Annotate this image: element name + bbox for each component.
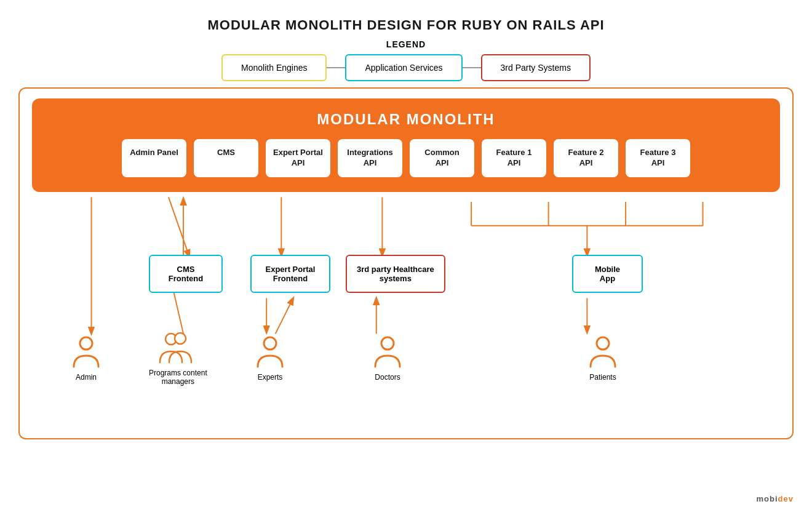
person-doctors-icon <box>373 335 402 370</box>
svg-point-18 <box>175 333 186 344</box>
svg-point-20 <box>381 337 394 350</box>
monolith-title: MODULAR MONOLITH <box>42 111 770 128</box>
api-admin-panel: Admin Panel <box>122 139 186 177</box>
legend-application-services: Application Services <box>345 54 462 81</box>
person-doctors: Doctors <box>373 335 402 382</box>
monolith-block: MODULAR MONOLITH Admin Panel CMS Expert … <box>32 98 780 192</box>
cms-frontend-box: CMSFrontend <box>149 255 223 293</box>
person-experts-label: Experts <box>258 373 283 382</box>
watermark: mobidev <box>757 494 794 503</box>
mobile-app-box: MobileApp <box>572 255 643 293</box>
svg-point-21 <box>597 337 609 350</box>
lower-section: CMSFrontend Expert PortalFrontend 3rd pa… <box>32 192 780 420</box>
person-patients: Patients <box>588 335 618 382</box>
main-container: MODULAR MONOLITH Admin Panel CMS Expert … <box>18 87 794 439</box>
api-feature1: Feature 1API <box>482 139 546 177</box>
person-programs: Programs contentmanagers <box>149 330 207 386</box>
api-boxes: Admin Panel CMS Expert PortalAPI Integra… <box>42 139 770 177</box>
api-feature3: Feature 3API <box>626 139 690 177</box>
legend-section: LEGEND Monolith Engines Application Serv… <box>0 39 812 81</box>
legend-connector-2 <box>463 67 481 68</box>
expert-portal-frontend-box: Expert PortalFrontend <box>250 255 330 293</box>
legend-connector-1 <box>327 67 345 68</box>
legend-3rd-party: 3rd Party Systems <box>481 54 591 81</box>
legend-items: Monolith Engines Application Services 3r… <box>221 54 591 81</box>
api-cms: CMS <box>194 139 258 177</box>
svg-point-19 <box>264 337 276 350</box>
api-integrations: IntegrationsAPI <box>338 139 402 177</box>
3rd-party-healthcare-box: 3rd party Healthcaresystems <box>346 255 445 293</box>
api-feature2: Feature 2API <box>554 139 618 177</box>
diagram-arrows <box>32 192 780 420</box>
watermark-highlight: dev <box>778 494 794 503</box>
svg-line-6 <box>276 298 293 334</box>
person-admin: Admin <box>71 335 101 382</box>
svg-line-1 <box>169 197 189 257</box>
person-doctors-label: Doctors <box>375 373 400 382</box>
person-experts: Experts <box>255 335 285 382</box>
legend-title: LEGEND <box>386 39 426 49</box>
page-title: MODULAR MONOLITH DESIGN FOR RUBY ON RAIL… <box>0 0 812 39</box>
api-expert-portal: Expert PortalAPI <box>266 139 330 177</box>
person-patients-label: Patients <box>589 373 616 382</box>
legend-monolith-engines: Monolith Engines <box>221 54 327 81</box>
person-patients-icon <box>588 335 618 370</box>
person-admin-label: Admin <box>76 373 97 382</box>
person-programs-label: Programs contentmanagers <box>149 369 207 386</box>
svg-point-16 <box>80 337 92 350</box>
person-programs-icon <box>159 330 197 366</box>
api-common: CommonAPI <box>410 139 474 177</box>
person-admin-icon <box>71 335 101 370</box>
person-experts-icon <box>255 335 285 370</box>
